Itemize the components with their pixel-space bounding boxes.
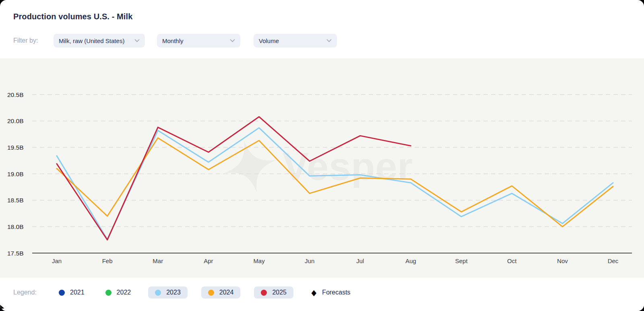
x-tick-label: Aug <box>405 257 416 264</box>
metric-filter-dropdown[interactable]: Volume <box>254 34 337 47</box>
y-tick-label: 20.5B <box>7 91 24 98</box>
frequency-filter-value: Monthly <box>162 37 184 44</box>
y-tick-label: 19.5B <box>7 144 24 151</box>
legend-item-2023[interactable]: 2023 <box>148 286 188 299</box>
legend-item-label: 2025 <box>272 289 287 296</box>
legend-item-label: 2022 <box>117 289 131 296</box>
y-tick-label: 19.0B <box>7 171 24 177</box>
chevron-down-icon <box>326 39 332 42</box>
forecast-diamond-icon: ◆ <box>311 288 316 297</box>
y-tick-label: 17.5B <box>7 250 24 257</box>
series-color-dot <box>105 290 111 296</box>
series-line-2023 <box>57 128 613 239</box>
legend-label: Legend: <box>13 286 55 299</box>
filter-by-label: Filter by: <box>13 37 54 44</box>
x-tick-label: Jul <box>356 257 364 264</box>
legend-items: 20212022202320242025◆Forecasts <box>55 286 354 299</box>
x-tick-label: May <box>253 257 265 264</box>
legend-item-label: 2023 <box>166 289 181 296</box>
line-chart: 17.5B18.0B18.5B19.0B19.5B20.0B20.5BJanFe… <box>0 58 644 278</box>
frequency-filter-dropdown[interactable]: Monthly <box>157 34 240 47</box>
legend-item-label: 2021 <box>70 289 85 296</box>
legend-bar: Legend: 20212022202320242025◆Forecasts <box>0 278 644 311</box>
product-filter-dropdown[interactable]: Milk, raw (United States) <box>54 34 145 47</box>
x-tick-label: Mar <box>153 257 163 264</box>
series-line-2024 <box>57 138 613 227</box>
x-tick-label: Oct <box>507 257 517 264</box>
mouse-cursor <box>0 303 7 311</box>
chevron-down-icon <box>134 39 140 42</box>
metric-filter-value: Volume <box>259 37 279 44</box>
series-color-dot <box>261 290 267 296</box>
legend-item-2025[interactable]: 2025 <box>254 286 293 299</box>
chart-area: Vesper 17.5B18.0B18.5B19.0B19.5B20.0B20.… <box>0 58 644 278</box>
page-title: Production volumes U.S. - Milk <box>13 12 132 21</box>
series-color-dot <box>59 290 65 296</box>
legend-item-2021[interactable]: 2021 <box>55 286 88 299</box>
series-color-dot <box>155 290 161 296</box>
y-tick-label: 18.0B <box>7 223 24 230</box>
legend-item-forecasts[interactable]: ◆Forecasts <box>307 286 354 299</box>
x-tick-label: Nov <box>557 257 568 264</box>
dashboard-card: Production volumes U.S. - Milk Filter by… <box>0 0 644 311</box>
x-tick-label: Jan <box>52 257 62 264</box>
x-tick-label: Dec <box>608 257 619 264</box>
y-tick-label: 18.5B <box>7 197 24 204</box>
legend-item-label: Forecasts <box>322 289 350 296</box>
filter-bar: Filter by: Milk, raw (United States) Mon… <box>13 34 337 47</box>
series-color-dot <box>208 290 214 296</box>
x-tick-label: Sept <box>455 257 468 264</box>
legend-item-label: 2024 <box>219 289 234 296</box>
x-tick-label: Apr <box>204 257 213 264</box>
x-tick-label: Jun <box>305 257 314 264</box>
x-tick-label: Feb <box>102 257 113 264</box>
chevron-down-icon <box>230 39 235 42</box>
y-tick-label: 20.0B <box>7 117 24 124</box>
product-filter-value: Milk, raw (United States) <box>59 37 124 44</box>
legend-item-2024[interactable]: 2024 <box>201 286 241 299</box>
legend-item-2022[interactable]: 2022 <box>102 286 135 299</box>
